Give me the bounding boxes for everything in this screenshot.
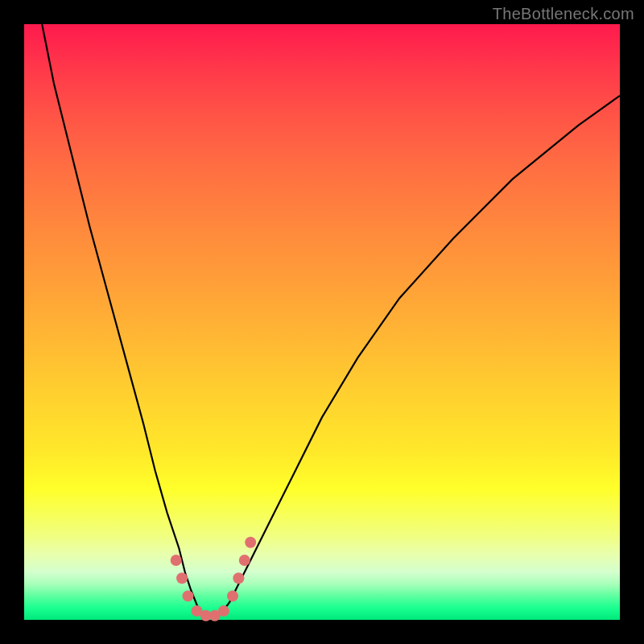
- curve-marker: [227, 590, 238, 601]
- chart-container: TheBottleneck.com: [0, 0, 644, 644]
- bottleneck-curve: [42, 24, 620, 617]
- curve-marker: [218, 605, 229, 617]
- curve-marker: [171, 555, 182, 566]
- curve-svg: [24, 24, 620, 620]
- curve-marker: [239, 555, 250, 566]
- curve-marker: [183, 590, 194, 601]
- watermark-text: TheBottleneck.com: [493, 5, 634, 23]
- curve-marker: [233, 572, 244, 584]
- marker-group: [171, 537, 257, 621]
- plot-area: [24, 24, 620, 620]
- curve-marker: [176, 572, 188, 584]
- curve-marker: [245, 537, 256, 548]
